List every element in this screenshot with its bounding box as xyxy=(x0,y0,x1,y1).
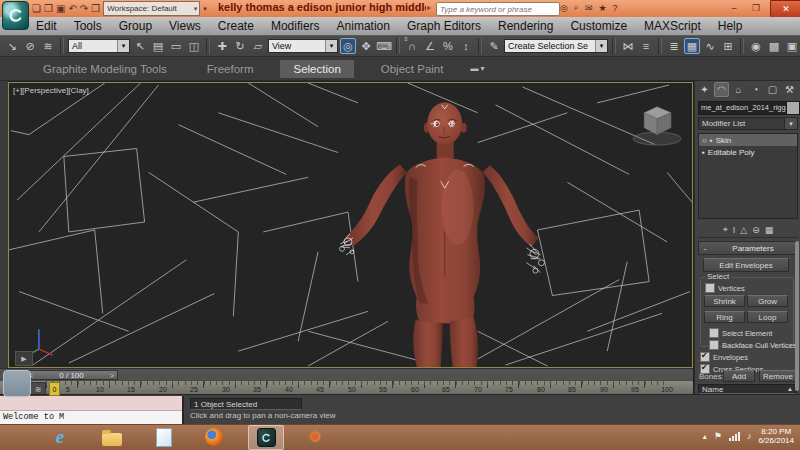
visibility-bulb-icon[interactable]: ○ xyxy=(702,136,707,145)
render-setup-icon[interactable]: ▩ xyxy=(766,38,782,54)
tab-motion-icon[interactable]: ◔ xyxy=(748,82,763,97)
perspective-viewport[interactable]: [+][Perspective][Clay] ▶ xyxy=(8,82,693,368)
configure-modifier-sets-icon[interactable]: ▦ xyxy=(765,225,774,235)
taskbar-notepad[interactable] xyxy=(152,427,176,447)
taskbar-media-app[interactable]: ✹ xyxy=(303,427,327,447)
taskbar-clock[interactable]: 8:20 PM 6/26/2014 xyxy=(758,427,794,445)
percent-snap-icon[interactable]: % xyxy=(440,38,456,54)
listener-output-pane[interactable]: Welcome to M xyxy=(0,411,182,424)
taskbar-firefox[interactable] xyxy=(202,427,226,447)
ring-button[interactable]: Ring xyxy=(704,311,745,323)
edit-envelopes-button[interactable]: Edit Envelopes xyxy=(703,258,789,272)
help-icon[interactable]: ? xyxy=(613,3,618,13)
3ds-max-logo-button[interactable] xyxy=(2,1,29,30)
menu-maxscript[interactable]: MAXScript xyxy=(644,19,701,33)
open-file-icon[interactable]: ❐ xyxy=(44,3,53,14)
time-slider-handle[interactable]: < 0 / 100 > xyxy=(25,370,118,380)
ribbon-minimize-icon[interactable]: ▬▾ xyxy=(470,64,486,73)
select-and-link-icon[interactable]: ↘ xyxy=(4,38,20,54)
action-center-icon[interactable]: ⚑ xyxy=(714,431,722,441)
panel-scrollbar[interactable] xyxy=(795,241,799,391)
grow-button[interactable]: Grow xyxy=(747,295,788,307)
undo-icon[interactable]: ↶ xyxy=(68,3,76,14)
pin-stack-icon[interactable]: ⌖ xyxy=(723,224,728,235)
sort-triangle-icon[interactable]: ▲ xyxy=(787,386,793,392)
infocenter-search-input[interactable] xyxy=(436,2,560,16)
viewcube[interactable] xyxy=(633,107,681,145)
bones-name-header[interactable]: Name ▲ xyxy=(698,384,797,394)
taskbar-internet-explorer[interactable]: e xyxy=(48,427,72,447)
rendered-frame-window-icon[interactable]: ▣ xyxy=(784,38,800,54)
edit-named-selection-sets-icon[interactable]: ✎ xyxy=(486,38,502,54)
align-icon[interactable]: ≡ xyxy=(638,38,654,54)
select-by-name-icon[interactable]: ▤ xyxy=(150,38,166,54)
rectangular-selection-region-icon[interactable]: ▭ xyxy=(168,38,184,54)
tab-graphite-modeling-tools[interactable]: Graphite Modeling Tools xyxy=(30,60,180,78)
tab-create-icon[interactable]: ✦ xyxy=(697,82,712,97)
tab-selection[interactable]: Selection xyxy=(280,60,353,78)
use-pivot-point-center-icon[interactable]: ◎ xyxy=(340,38,356,54)
menu-help[interactable]: Help xyxy=(718,19,743,33)
select-object-icon[interactable]: ↖ xyxy=(132,38,148,54)
graphite-ribbon-toggle-icon[interactable]: ▦ xyxy=(684,38,700,54)
tab-modify-icon[interactable]: ◠ xyxy=(714,82,729,97)
curve-editor-icon[interactable]: ∿ xyxy=(702,38,718,54)
loop-button[interactable]: Loop xyxy=(747,311,788,323)
volume-icon[interactable]: ♪ xyxy=(747,431,752,441)
track-bar[interactable]: ≋ 5 10 15 20 25 30 35 40 45 50 55 60 65 … xyxy=(0,380,693,394)
select-element-checkbox[interactable] xyxy=(709,328,719,338)
selection-filter-dropdown[interactable]: All ▾ xyxy=(68,39,130,53)
expand-icon[interactable]: ▪ xyxy=(710,136,713,145)
tab-display-icon[interactable]: ▢ xyxy=(765,82,780,97)
tab-freeform[interactable]: Freeform xyxy=(194,60,267,78)
snaps-toggle-icon[interactable]: 3∩ xyxy=(404,38,420,54)
vertices-checkbox-row[interactable]: Vertices xyxy=(705,283,745,293)
mini-window-icon[interactable] xyxy=(3,370,31,397)
select-and-rotate-icon[interactable]: ↻ xyxy=(232,38,248,54)
tab-hierarchy-icon[interactable]: ⌂ xyxy=(731,82,746,97)
unlink-selection-icon[interactable]: ⊘ xyxy=(22,38,38,54)
viewport-label[interactable]: [+][Perspective][Clay] xyxy=(13,86,89,95)
show-end-result-icon[interactable]: I xyxy=(733,225,736,235)
tab-utilities-icon[interactable]: ⚒ xyxy=(782,82,797,97)
menu-create[interactable]: Create xyxy=(218,19,254,33)
named-selection-sets-dropdown[interactable]: Create Selection Se ▾ xyxy=(504,39,608,53)
menu-views[interactable]: Views xyxy=(169,19,201,33)
vertices-checkbox[interactable] xyxy=(705,283,715,293)
envelopes-checkbox-row[interactable]: Envelopes xyxy=(700,352,748,362)
menu-customize[interactable]: Customize xyxy=(570,19,627,33)
minimize-button[interactable]: – xyxy=(726,2,742,14)
select-element-checkbox-row[interactable]: Select Element xyxy=(709,328,772,338)
menu-edit[interactable]: Edit xyxy=(36,19,57,33)
angle-snap-icon[interactable]: ∠ xyxy=(422,38,438,54)
new-scene-icon[interactable]: ❏ xyxy=(32,3,41,14)
backface-cull-checkbox-row[interactable]: Backface Cull Vertices xyxy=(709,340,797,350)
search-binoculars-icon[interactable]: ◎ xyxy=(560,3,568,13)
maxscript-mini-listener[interactable]: Welcome to M xyxy=(0,396,184,424)
redo-icon[interactable]: ↷ xyxy=(80,3,88,14)
select-and-move-icon[interactable]: ✚ xyxy=(214,38,230,54)
mirror-icon[interactable]: ⋈ xyxy=(620,38,636,54)
frame-forward-arrow[interactable]: > xyxy=(107,372,117,379)
menu-modifiers[interactable]: Modifiers xyxy=(271,19,320,33)
remove-modifier-icon[interactable]: ⊖ xyxy=(752,225,760,235)
favorites-star-icon[interactable]: ★ xyxy=(598,3,606,13)
communication-center-icon[interactable]: ✉ xyxy=(585,3,593,13)
tab-object-paint[interactable]: Object Paint xyxy=(368,60,457,78)
stack-item-skin[interactable]: ○ ▪ Skin xyxy=(699,134,797,146)
spinner-snap-icon[interactable]: ↕ xyxy=(458,38,474,54)
menu-animation[interactable]: Animation xyxy=(337,19,390,33)
project-folder-icon[interactable]: ❒ xyxy=(91,3,100,14)
remove-bone-button[interactable]: Remove xyxy=(759,370,797,382)
object-color-swatch[interactable] xyxy=(786,101,800,115)
select-and-manipulate-icon[interactable]: ✥ xyxy=(358,38,374,54)
save-file-icon[interactable]: ▣ xyxy=(56,3,65,14)
stack-item-editable-poly[interactable]: ▪ Editable Poly xyxy=(699,146,797,158)
select-and-scale-icon[interactable]: ▱ xyxy=(250,38,266,54)
envelopes-checkbox[interactable] xyxy=(700,352,710,362)
menu-group[interactable]: Group xyxy=(119,19,152,33)
search-icon[interactable]: ⌕ xyxy=(574,2,579,13)
bind-to-space-warp-icon[interactable]: ≋ xyxy=(40,38,56,54)
listener-macro-pane[interactable] xyxy=(0,396,182,411)
menu-rendering[interactable]: Rendering xyxy=(498,19,553,33)
